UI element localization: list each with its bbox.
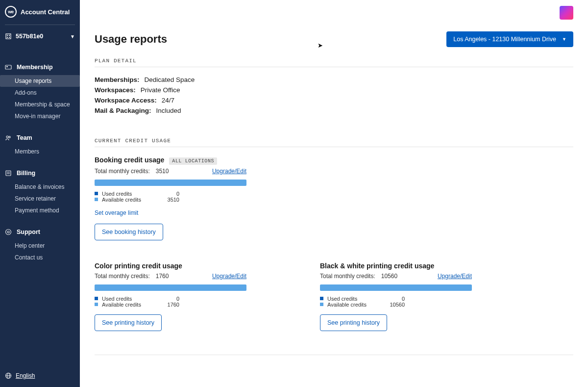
svg-point-13 bbox=[7, 231, 9, 233]
nav-group-billing: Billing Balance & invoices Service retai… bbox=[0, 167, 80, 216]
svg-rect-9 bbox=[6, 171, 11, 176]
upgrade-edit-link[interactable]: Upgrade/Edit bbox=[438, 273, 472, 280]
see-printing-history-button[interactable]: See printing history bbox=[95, 314, 162, 331]
color-printing-usage-card: Color printing credit usage Total monthl… bbox=[95, 262, 246, 331]
legend-used-label: Used credits bbox=[327, 296, 381, 302]
plan-value: Private Office bbox=[141, 85, 180, 96]
legend-used-icon bbox=[320, 297, 323, 300]
app-title: Account Central bbox=[21, 8, 70, 16]
legend-avail-value: 1760 bbox=[160, 302, 179, 308]
plan-value: 24/7 bbox=[162, 96, 174, 106]
total-label: Total monthly credits: bbox=[95, 168, 150, 175]
legend-used-icon bbox=[95, 192, 98, 195]
sidebar-item-add-ons[interactable]: Add-ons bbox=[0, 87, 80, 99]
legend-used-label: Used credits bbox=[102, 296, 156, 302]
sidebar-item-service-retainer[interactable]: Service retainer bbox=[0, 193, 80, 205]
svg-rect-0 bbox=[6, 34, 11, 39]
legend-used-icon bbox=[95, 297, 98, 300]
nav-header-membership[interactable]: Membership bbox=[0, 61, 80, 73]
usage-bar bbox=[95, 284, 246, 291]
nav-header-label: Billing bbox=[17, 170, 35, 177]
nav-group-support: Support Help center Contact us bbox=[0, 226, 80, 263]
svg-rect-3 bbox=[7, 37, 8, 38]
sidebar-item-membership-space[interactable]: Membership & space bbox=[0, 99, 80, 110]
sidebar: we Account Central 557b81e0 ▼ Membership bbox=[0, 0, 80, 387]
svg-point-12 bbox=[6, 230, 11, 235]
sidebar-item-contact-us[interactable]: Contact us bbox=[0, 252, 80, 263]
avatar[interactable] bbox=[560, 6, 573, 20]
location-label: Los Angeles - 12130 Millennium Drive bbox=[453, 36, 556, 43]
total-label: Total monthly credits: bbox=[320, 273, 375, 280]
chevron-down-icon: ▼ bbox=[562, 37, 566, 42]
usage-bar bbox=[320, 284, 472, 291]
upgrade-edit-link[interactable]: Upgrade/Edit bbox=[212, 273, 246, 280]
svg-rect-5 bbox=[5, 65, 11, 69]
chevron-down-icon: ▼ bbox=[70, 34, 75, 39]
billing-icon bbox=[5, 170, 12, 177]
all-locations-badge: ALL LOCATIONS bbox=[169, 157, 217, 165]
nav-group-team: Team Members bbox=[0, 132, 80, 157]
legend-used-value: 0 bbox=[160, 191, 179, 197]
nav-header-label: Team bbox=[17, 134, 32, 141]
sidebar-item-payment-method[interactable]: Payment method bbox=[0, 205, 80, 216]
sidebar-item-balance-invoices[interactable]: Balance & invoices bbox=[0, 181, 80, 193]
plan-value: Dedicated Space bbox=[145, 75, 195, 85]
bw-printing-usage-card: Black & white printing credit usage Tota… bbox=[320, 262, 472, 331]
svg-rect-4 bbox=[9, 37, 10, 38]
set-overage-limit-link[interactable]: Set overage limit bbox=[95, 209, 138, 216]
account-selector[interactable]: 557b81e0 ▼ bbox=[0, 25, 80, 48]
nav-header-team[interactable]: Team bbox=[0, 132, 80, 144]
support-icon bbox=[5, 229, 12, 235]
nav-header-label: Membership bbox=[17, 64, 53, 71]
location-select[interactable]: Los Angeles - 12130 Millennium Drive ▼ bbox=[446, 31, 573, 47]
see-booking-history-button[interactable]: See booking history bbox=[95, 224, 163, 240]
plan-key: Workspace Access: bbox=[95, 96, 157, 106]
svg-rect-2 bbox=[9, 35, 10, 36]
legend-avail-label: Available credits bbox=[102, 197, 156, 203]
total-value: 10560 bbox=[381, 273, 397, 280]
sidebar-item-help-center[interactable]: Help center bbox=[0, 240, 80, 252]
account-id: 557b81e0 bbox=[16, 33, 43, 40]
plan-key: Memberships: bbox=[95, 75, 140, 85]
main: ➤ Usage reports Los Angeles - 12130 Mill… bbox=[80, 0, 588, 387]
building-icon bbox=[5, 33, 12, 40]
nav-header-billing[interactable]: Billing bbox=[0, 167, 80, 179]
upgrade-edit-link[interactable]: Upgrade/Edit bbox=[212, 168, 246, 175]
card-title: Booking credit usage bbox=[95, 156, 164, 164]
nav-header-label: Support bbox=[17, 229, 40, 235]
nav-group-membership: Membership Usage reports Add-ons Members… bbox=[0, 61, 80, 122]
globe-icon bbox=[5, 372, 12, 379]
usage-bar bbox=[95, 180, 246, 186]
legend-avail-value: 3510 bbox=[160, 197, 179, 203]
team-icon bbox=[5, 134, 12, 141]
legend-used-value: 0 bbox=[160, 296, 179, 302]
plan-value: Included bbox=[156, 106, 181, 116]
svg-point-7 bbox=[6, 136, 8, 138]
section-credit-usage: CURRENT CREDIT USAGE bbox=[95, 138, 573, 147]
legend-avail-icon bbox=[95, 303, 98, 306]
language-selector[interactable]: English bbox=[0, 364, 80, 387]
card-title: Color printing credit usage bbox=[95, 262, 182, 270]
sidebar-item-usage-reports[interactable]: Usage reports bbox=[0, 75, 80, 87]
membership-icon bbox=[5, 64, 12, 71]
legend-avail-value: 10560 bbox=[385, 302, 405, 308]
section-plan-detail: PLAN DETAIL bbox=[95, 58, 573, 67]
page-title: Usage reports bbox=[95, 33, 167, 46]
card-title: Black & white printing credit usage bbox=[320, 262, 434, 270]
legend-avail-icon bbox=[320, 303, 323, 306]
plan-key: Workspaces: bbox=[95, 85, 136, 96]
legend-avail-icon bbox=[95, 198, 98, 201]
logo-icon: we bbox=[5, 6, 17, 18]
nav-header-support[interactable]: Support bbox=[0, 226, 80, 238]
sidebar-item-members[interactable]: Members bbox=[0, 146, 80, 157]
language-label: English bbox=[16, 372, 35, 379]
svg-point-8 bbox=[9, 136, 10, 138]
see-printing-history-button[interactable]: See printing history bbox=[320, 314, 387, 331]
legend-used-value: 0 bbox=[385, 296, 405, 302]
legend-avail-label: Available credits bbox=[327, 302, 381, 308]
legend-used-label: Used credits bbox=[102, 191, 156, 197]
svg-rect-1 bbox=[7, 35, 8, 36]
sidebar-item-move-in-manager[interactable]: Move-in manager bbox=[0, 110, 80, 122]
svg-rect-6 bbox=[6, 66, 8, 67]
total-value: 1760 bbox=[156, 273, 169, 280]
